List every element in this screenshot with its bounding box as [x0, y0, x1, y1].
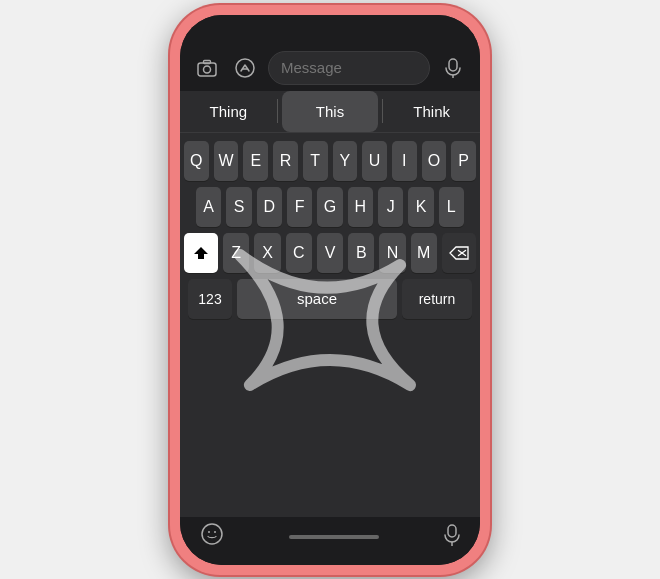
keyboard-row-2: A S D F G H J K L — [184, 187, 476, 227]
phone-screen: Thing This Think Q W E R T — [180, 15, 480, 565]
key-shift[interactable] — [184, 233, 218, 273]
phone-frame: Thing This Think Q W E R T — [170, 5, 490, 575]
home-indicator — [289, 535, 379, 539]
keyboard-row-3: Z X C V B N M — [184, 233, 476, 273]
key-q[interactable]: Q — [184, 141, 209, 181]
keyboard-row-1: Q W E R T Y U I O P — [184, 141, 476, 181]
svg-point-8 — [202, 524, 222, 544]
key-v[interactable]: V — [317, 233, 343, 273]
svg-rect-4 — [449, 59, 457, 71]
svg-rect-0 — [198, 63, 216, 76]
key-n[interactable]: N — [379, 233, 405, 273]
camera-icon[interactable] — [192, 53, 222, 83]
key-x[interactable]: X — [254, 233, 280, 273]
key-t[interactable]: T — [303, 141, 328, 181]
key-c[interactable]: C — [286, 233, 312, 273]
predictive-bar: Thing This Think — [180, 91, 480, 133]
key-i[interactable]: I — [392, 141, 417, 181]
svg-point-9 — [208, 531, 210, 533]
key-k[interactable]: K — [408, 187, 433, 227]
svg-point-3 — [236, 59, 254, 77]
message-input[interactable] — [281, 59, 417, 76]
key-b[interactable]: B — [348, 233, 374, 273]
predictive-right[interactable]: Think — [383, 91, 480, 132]
message-bar — [180, 45, 480, 91]
key-numbers[interactable]: 123 — [188, 279, 232, 319]
emoji-icon[interactable] — [200, 522, 224, 551]
bottom-bar — [180, 517, 480, 565]
mic-icon-message[interactable] — [438, 53, 468, 83]
key-s[interactable]: S — [226, 187, 251, 227]
key-f[interactable]: F — [287, 187, 312, 227]
svg-rect-2 — [204, 60, 211, 63]
key-delete[interactable] — [442, 233, 476, 273]
key-g[interactable]: G — [317, 187, 342, 227]
svg-point-10 — [214, 531, 216, 533]
key-m[interactable]: M — [411, 233, 437, 273]
key-return[interactable]: return — [402, 279, 472, 319]
status-bar — [180, 15, 480, 45]
key-a[interactable]: A — [196, 187, 221, 227]
key-d[interactable]: D — [257, 187, 282, 227]
key-h[interactable]: H — [348, 187, 373, 227]
key-z[interactable]: Z — [223, 233, 249, 273]
key-y[interactable]: Y — [333, 141, 358, 181]
keyboard-row-4: 123 space return — [184, 279, 476, 319]
predictive-left[interactable]: Thing — [180, 91, 277, 132]
svg-point-1 — [204, 66, 211, 73]
appstore-icon[interactable] — [230, 53, 260, 83]
key-r[interactable]: R — [273, 141, 298, 181]
key-p[interactable]: P — [451, 141, 476, 181]
message-input-wrap[interactable] — [268, 51, 430, 85]
svg-rect-11 — [448, 525, 456, 537]
key-j[interactable]: J — [378, 187, 403, 227]
predictive-center[interactable]: This — [282, 91, 379, 132]
key-e[interactable]: E — [243, 141, 268, 181]
key-o[interactable]: O — [422, 141, 447, 181]
predictive-divider-left — [277, 99, 278, 123]
mic-icon-bottom[interactable] — [444, 524, 460, 550]
key-space[interactable]: space — [237, 279, 397, 319]
keyboard: Q W E R T Y U I O P A S D F G H J K — [180, 133, 480, 517]
key-u[interactable]: U — [362, 141, 387, 181]
key-w[interactable]: W — [214, 141, 239, 181]
key-l[interactable]: L — [439, 187, 464, 227]
